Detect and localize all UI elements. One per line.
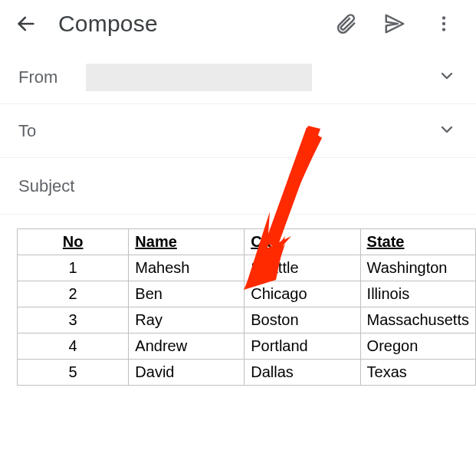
to-row[interactable]: To <box>0 104 476 158</box>
col-header-name: Name <box>129 229 245 255</box>
cell-state: Washington <box>360 255 475 281</box>
cell-city: Portland <box>245 334 360 360</box>
table-row: 1 Mahesh Seattle Washington <box>18 255 476 281</box>
cell-no: 4 <box>18 334 129 360</box>
page-title: Compose <box>58 11 333 37</box>
from-label: From <box>18 67 86 87</box>
subject-label: Subject <box>18 176 74 196</box>
col-header-city: City <box>245 229 360 255</box>
cell-city: Boston <box>245 307 360 334</box>
table-header-row: No Name City State <box>18 229 476 255</box>
send-icon <box>383 12 406 35</box>
col-header-no: No <box>18 229 129 255</box>
data-table: No Name City State 1 Mahesh Seattle Wash… <box>17 228 476 386</box>
cell-state: Oregon <box>360 334 475 360</box>
svg-marker-1 <box>386 15 404 33</box>
from-expand[interactable] <box>438 67 456 88</box>
send-button[interactable] <box>382 12 407 36</box>
cell-name: Mahesh <box>129 255 245 281</box>
chevron-down-icon <box>438 120 456 139</box>
cell-name: David <box>129 360 245 386</box>
cell-name: Andrew <box>129 334 245 360</box>
table-row: 4 Andrew Portland Oregon <box>18 334 476 360</box>
svg-point-4 <box>442 28 445 31</box>
cell-no: 1 <box>18 255 129 281</box>
more-vert-icon <box>434 14 454 34</box>
attach-button[interactable] <box>333 12 358 36</box>
cell-name: Ben <box>129 281 245 307</box>
cell-state: Massachusetts <box>360 307 475 334</box>
cell-city: Seattle <box>245 255 360 281</box>
cell-no: 2 <box>18 281 129 307</box>
cell-state: Texas <box>360 360 475 386</box>
back-arrow-icon <box>15 13 37 34</box>
subject-row[interactable]: Subject <box>0 158 476 215</box>
col-header-state: State <box>360 229 475 255</box>
table-row: 3 Ray Boston Massachusetts <box>18 307 476 334</box>
back-button[interactable] <box>14 12 38 36</box>
cell-city: Chicago <box>245 281 360 307</box>
top-actions <box>333 12 456 36</box>
table-row: 5 David Dallas Texas <box>18 360 476 386</box>
to-expand[interactable] <box>438 120 456 142</box>
from-value-redacted <box>86 64 312 91</box>
more-button[interactable] <box>432 12 456 36</box>
table-row: 2 Ben Chicago Illinois <box>18 281 476 307</box>
cell-no: 3 <box>18 307 129 334</box>
chevron-down-icon <box>438 67 456 85</box>
to-label: To <box>18 121 86 141</box>
cell-state: Illinois <box>360 281 475 307</box>
svg-point-2 <box>442 16 445 19</box>
cell-city: Dallas <box>245 360 360 386</box>
compose-topbar: Compose <box>0 0 476 51</box>
svg-point-3 <box>442 22 445 25</box>
from-row[interactable]: From <box>0 51 476 104</box>
compose-body[interactable]: No Name City State 1 Mahesh Seattle Wash… <box>0 215 476 386</box>
attachment-icon <box>334 12 357 35</box>
cell-no: 5 <box>18 360 129 386</box>
cell-name: Ray <box>129 307 245 334</box>
